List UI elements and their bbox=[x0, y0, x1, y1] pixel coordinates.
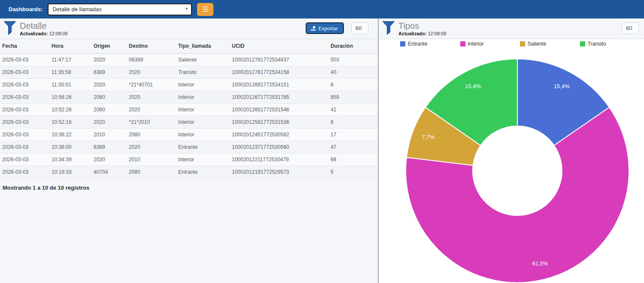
table-cell: 2020 bbox=[127, 66, 176, 78]
table-cell: 10002012671772531785 bbox=[230, 91, 328, 103]
column-header: Destino bbox=[127, 39, 176, 53]
table-row: 2026-03-0311:47:17202006389Saliente10002… bbox=[0, 53, 378, 66]
table-row: 2026-03-0310:36:0063892020Entrante100020… bbox=[0, 141, 378, 153]
dashboard-select-wrap: Detalle de llamadas ▼ bbox=[48, 3, 192, 15]
export-button[interactable]: Exportar bbox=[306, 22, 344, 34]
refresh-interval-input[interactable] bbox=[622, 22, 639, 34]
updated-time: 12:08:09 bbox=[49, 31, 67, 36]
table-cell: 2080 bbox=[127, 128, 176, 141]
legend-item-saliente[interactable]: Saliente bbox=[520, 40, 580, 48]
table-cell: *21*40701 bbox=[127, 78, 176, 91]
table-cell: 10002012691772534151 bbox=[230, 78, 328, 91]
table-cell: 10002012581772531536 bbox=[230, 116, 328, 128]
table-cell: Saliente bbox=[176, 53, 230, 66]
column-header: UCID bbox=[230, 39, 328, 53]
table-cell: Interior bbox=[176, 153, 230, 166]
table-cell: 10002012651772531546 bbox=[230, 103, 328, 116]
table-cell: 6389 bbox=[91, 66, 127, 78]
table-row: 2026-03-0310:52:162020*21*2010Interior10… bbox=[0, 116, 378, 128]
export-download-icon bbox=[310, 25, 316, 31]
table-cell: 2026-03-03 bbox=[0, 91, 49, 103]
table-row: 2026-03-0311:35:512020*21*40701Interior1… bbox=[0, 78, 378, 91]
legend-item-interior[interactable]: Interior bbox=[460, 40, 520, 48]
filter-funnel-icon[interactable] bbox=[382, 21, 395, 35]
refresh-interval-input[interactable] bbox=[351, 22, 368, 34]
table-cell: Interior bbox=[176, 116, 230, 128]
legend-swatch-icon bbox=[580, 41, 585, 46]
table-row: 2026-03-0310:36:2220102080Interior100020… bbox=[0, 128, 378, 141]
table-cell: 17 bbox=[328, 128, 378, 141]
table-row: 2026-03-0311:35:5863892020Transito100020… bbox=[0, 66, 378, 78]
menu-button[interactable]: ☰ bbox=[197, 3, 213, 16]
table-cell: 2010 bbox=[127, 153, 176, 166]
table-cell: 2020 bbox=[91, 116, 127, 128]
legend-item-entrante[interactable]: Entrante bbox=[400, 40, 460, 48]
table-cell: 10:36:22 bbox=[49, 128, 91, 141]
table-cell: 6389 bbox=[91, 141, 127, 153]
table-cell: Entrante bbox=[176, 166, 230, 178]
table-cell: 2010 bbox=[91, 128, 127, 141]
column-header: Hora bbox=[49, 39, 91, 53]
table-cell: 2026-03-03 bbox=[0, 116, 49, 128]
donut-chart-area: 15,4%61,5%7,7%15,4% bbox=[379, 48, 644, 283]
legend-label: Transito bbox=[588, 41, 606, 47]
table-cell: 2020 bbox=[127, 103, 176, 116]
table-cell: 10:56:26 bbox=[49, 91, 91, 103]
table-row: 2026-03-0310:34:3920202010Interior100020… bbox=[0, 153, 378, 166]
table-cell: 66 bbox=[328, 153, 378, 166]
updated-text: Actualizado: 12:08:09 bbox=[20, 31, 67, 36]
updated-text: Actualizado: 12:08:09 bbox=[398, 31, 446, 36]
table-cell: 10:36:00 bbox=[49, 141, 91, 153]
table-records-summary: Mostrando 1 a 10 de 10 registros bbox=[0, 178, 378, 191]
table-cell: 2026-03-03 bbox=[0, 66, 49, 78]
table-row: 2026-03-0310:52:2620602020Interior100020… bbox=[0, 103, 378, 116]
table-cell: 41 bbox=[328, 103, 378, 116]
pie-percentage-label: 7,7% bbox=[422, 134, 434, 140]
table-cell: 2080 bbox=[127, 166, 176, 178]
table-cell: 2026-03-03 bbox=[0, 153, 49, 166]
pie-percentage-label: 15,4% bbox=[554, 83, 570, 89]
table-cell: 6 bbox=[328, 78, 378, 91]
legend-label: Entrante bbox=[408, 41, 427, 47]
chart-legend: EntranteInteriorSalienteTransito bbox=[400, 40, 640, 48]
table-cell: 10002012371772530560 bbox=[230, 141, 328, 153]
table-cell: 2020 bbox=[127, 141, 176, 153]
table-cell: 10:52:26 bbox=[49, 103, 91, 116]
table-cell: 10002012451772530582 bbox=[230, 128, 328, 141]
table-cell: 11:47:17 bbox=[49, 53, 91, 66]
table-cell: 10002012191772529573 bbox=[230, 166, 328, 178]
column-header: Tipo_llamada bbox=[176, 39, 230, 53]
legend-label: Saliente bbox=[528, 41, 546, 47]
column-header: Duración bbox=[328, 39, 378, 53]
table-cell: 10002012781772534837 bbox=[230, 53, 328, 66]
filter-funnel-icon[interactable] bbox=[3, 21, 16, 35]
pie-percentage-label: 61,5% bbox=[532, 260, 548, 267]
panel-title: Detalle bbox=[20, 21, 67, 31]
column-header: Fecha bbox=[0, 39, 49, 53]
table-cell: 503 bbox=[328, 53, 378, 66]
updated-label: Actualizado: bbox=[398, 31, 426, 36]
table-cell: Interior bbox=[176, 103, 230, 116]
table-cell: 06389 bbox=[127, 53, 176, 66]
top-navbar: Dashboards: Detalle de llamadas ▼ ☰ bbox=[0, 0, 644, 18]
legend-swatch-icon bbox=[460, 41, 465, 46]
table-cell: Interior bbox=[176, 91, 230, 103]
updated-label: Actualizado: bbox=[20, 31, 48, 36]
table-cell: 2026-03-03 bbox=[0, 103, 49, 116]
table-cell: 10:34:39 bbox=[49, 153, 91, 166]
table-cell: 2026-03-03 bbox=[0, 128, 49, 141]
table-cell: Transito bbox=[176, 66, 230, 78]
tipos-panel: Tipos Actualizado: 12:08:09 EntranteInte… bbox=[379, 18, 644, 283]
table-cell: 2060 bbox=[91, 103, 127, 116]
table-row: 2026-03-0310:19:33407042080Entrante10002… bbox=[0, 166, 378, 178]
legend-swatch-icon bbox=[520, 41, 525, 46]
table-cell: 859 bbox=[328, 91, 378, 103]
dashboard-select[interactable]: Detalle de llamadas bbox=[48, 3, 192, 15]
table-cell: 47 bbox=[328, 141, 378, 153]
legend-label: Interior bbox=[468, 41, 484, 47]
legend-item-transito[interactable]: Transito bbox=[580, 40, 640, 48]
table-cell: Entrante bbox=[176, 141, 230, 153]
dashboards-label: Dashboards: bbox=[9, 6, 43, 12]
table-cell: 10:19:33 bbox=[49, 166, 91, 178]
table-cell: 2026-03-03 bbox=[0, 166, 49, 178]
